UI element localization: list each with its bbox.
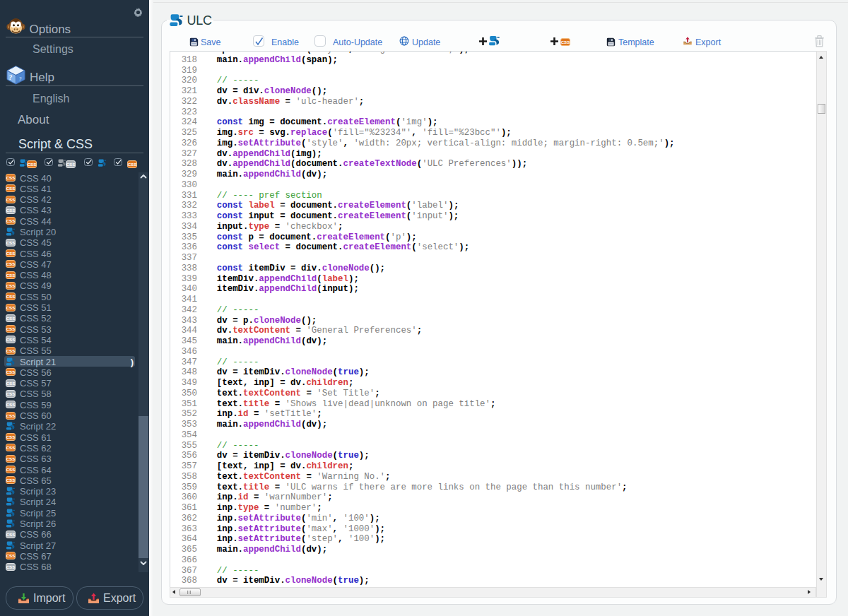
- svg-text:CSS: CSS: [6, 467, 16, 472]
- svg-text:CSS: CSS: [6, 456, 16, 461]
- svg-text:CSS: CSS: [6, 251, 16, 256]
- svg-text:CSS: CSS: [128, 162, 137, 167]
- svg-text:CSS: CSS: [6, 283, 16, 288]
- svg-text:CSS: CSS: [6, 305, 16, 310]
- svg-text:CSS: CSS: [6, 186, 16, 191]
- svg-text:CSS: CSS: [6, 240, 16, 245]
- svg-text:CSS: CSS: [6, 348, 16, 353]
- svg-text:?: ?: [19, 76, 22, 83]
- svg-text:CSS: CSS: [6, 564, 16, 569]
- svg-text:CSS: CSS: [6, 208, 16, 213]
- svg-text:CSS: CSS: [6, 175, 16, 180]
- svg-text:CSS: CSS: [66, 162, 76, 167]
- svg-text:CSS: CSS: [6, 434, 16, 439]
- svg-text:CSS: CSS: [6, 262, 16, 267]
- svg-text:CSS: CSS: [6, 338, 16, 343]
- svg-text:CSS: CSS: [6, 446, 16, 451]
- svg-text:CSS: CSS: [6, 381, 16, 386]
- svg-text:CSS: CSS: [28, 162, 37, 167]
- svg-text:CSS: CSS: [6, 532, 16, 537]
- svg-text:CSS: CSS: [6, 326, 16, 331]
- svg-text:?: ?: [9, 74, 13, 81]
- svg-text:CSS: CSS: [6, 218, 16, 223]
- svg-text:CSS: CSS: [561, 40, 570, 45]
- svg-text:CSS: CSS: [6, 197, 16, 202]
- svg-text:CSS: CSS: [6, 554, 16, 559]
- svg-text:CSS: CSS: [6, 391, 16, 396]
- svg-text:CSS: CSS: [6, 413, 16, 418]
- svg-text:CSS: CSS: [6, 478, 16, 483]
- svg-text:CSS: CSS: [6, 273, 16, 278]
- svg-text:CSS: CSS: [6, 316, 16, 321]
- svg-text:CSS: CSS: [6, 402, 16, 407]
- svg-text:CSS: CSS: [6, 370, 16, 375]
- svg-text:CSS: CSS: [6, 294, 16, 299]
